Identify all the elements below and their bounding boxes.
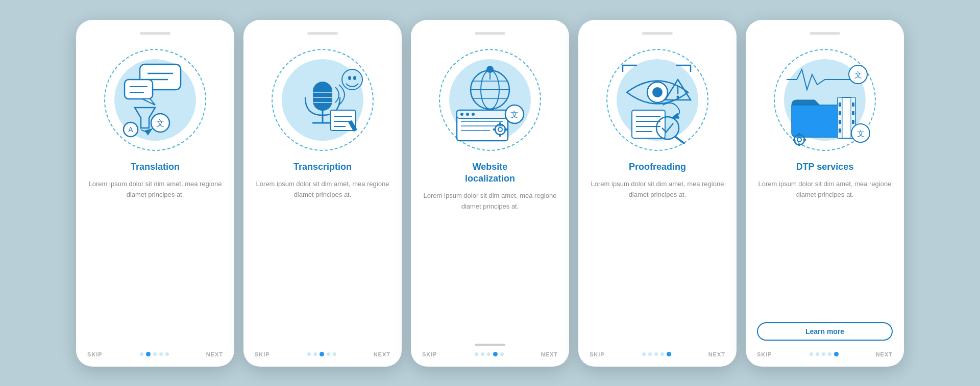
dot-2 (313, 352, 317, 356)
translation-body: Lorem ipsum dolor sit dim amet, mea regi… (87, 179, 223, 339)
card-website-localization: 文 Website localization Lorem ipsum dolor… (411, 20, 569, 367)
svg-rect-66 (839, 128, 841, 133)
svg-point-18 (348, 76, 351, 80)
proofreading-dots (642, 352, 671, 356)
svg-rect-64 (839, 111, 841, 115)
transcription-dots (307, 352, 336, 356)
illustration-dtp-services: 文 (769, 44, 881, 156)
dot-5 (165, 352, 169, 356)
dot-4 (660, 352, 664, 356)
illustration-website-localization: 文 (434, 44, 546, 156)
dot-3 (822, 352, 825, 356)
dot-2 (146, 352, 151, 356)
svg-rect-46 (493, 128, 496, 131)
svg-point-33 (460, 113, 463, 116)
dtp-services-icon: 文 (779, 54, 871, 146)
transcription-next[interactable]: NEXT (374, 351, 390, 357)
dot-3 (320, 352, 324, 356)
svg-rect-75 (803, 139, 806, 141)
dot-2 (816, 352, 819, 356)
svg-rect-74 (798, 144, 800, 146)
svg-point-57 (677, 95, 679, 98)
dot-5 (500, 352, 504, 356)
card-translation: 文 A Translation Lorem ipsum dolor sit di… (76, 20, 234, 367)
svg-rect-73 (798, 133, 800, 136)
learn-more-button[interactable]: Learn more (757, 322, 893, 341)
svg-rect-43 (499, 122, 501, 125)
website-localization-dots (475, 352, 504, 356)
dot-5 (333, 352, 336, 356)
website-localization-title: Website localization (465, 161, 515, 185)
svg-point-48 (652, 87, 663, 97)
translation-footer: SKIP NEXT (87, 346, 223, 357)
translation-next[interactable]: NEXT (206, 351, 223, 357)
website-localization-skip[interactable]: SKIP (422, 351, 437, 357)
transcription-title: Transcription (293, 161, 352, 173)
svg-point-35 (472, 113, 475, 116)
transcription-body: Lorem ipsum dolor sit dim amet, mea regi… (255, 179, 390, 339)
translation-dots (140, 352, 169, 356)
svg-rect-68 (852, 111, 854, 115)
cards-container: 文 A Translation Lorem ipsum dolor sit di… (66, 10, 914, 377)
svg-rect-76 (793, 139, 795, 141)
dtp-services-body: Lorem ipsum dolor sit dim amet, mea regi… (757, 179, 893, 315)
svg-rect-65 (839, 120, 841, 124)
translation-icon: 文 A (109, 54, 201, 146)
dot-3 (153, 352, 157, 356)
translation-skip[interactable]: SKIP (87, 351, 103, 357)
proofreading-next[interactable]: NEXT (708, 351, 725, 357)
dot-2 (481, 352, 484, 356)
dtp-services-title: DTP services (796, 161, 854, 173)
dot-1 (307, 352, 311, 356)
dot-1 (642, 352, 646, 356)
illustration-proofreading (601, 44, 714, 156)
svg-rect-4 (125, 80, 153, 99)
card-transcription: Transcription Lorem ipsum dolor sit dim … (243, 20, 402, 367)
svg-point-72 (797, 138, 801, 142)
dot-3 (654, 352, 658, 356)
dot-2 (648, 352, 652, 356)
svg-rect-44 (499, 134, 501, 137)
website-localization-body: Lorem ipsum dolor sit dim amet, mea regi… (422, 191, 558, 334)
dot-5 (667, 352, 671, 356)
translation-title: Translation (131, 161, 180, 173)
dot-4 (159, 352, 163, 356)
svg-rect-45 (504, 128, 507, 131)
proofreading-title: Proofreading (629, 161, 686, 173)
svg-text:文: 文 (510, 110, 519, 119)
dtp-services-dots (810, 352, 839, 356)
svg-rect-67 (852, 102, 854, 107)
svg-text:文: 文 (854, 70, 862, 79)
dtp-services-next[interactable]: NEXT (876, 351, 893, 357)
dot-4 (327, 352, 330, 356)
dtp-services-footer: SKIP NEXT (757, 346, 893, 357)
svg-marker-5 (142, 99, 155, 105)
dot-4 (828, 352, 831, 356)
website-localization-next[interactable]: NEXT (541, 351, 558, 357)
transcription-icon (277, 54, 369, 146)
card-dtp-services: 文 (746, 20, 904, 367)
website-localization-icon: 文 (444, 54, 536, 146)
dot-3 (487, 352, 491, 356)
svg-point-19 (353, 76, 356, 80)
transcription-skip[interactable]: SKIP (255, 351, 270, 357)
svg-text:文: 文 (857, 129, 865, 138)
proofreading-icon (611, 54, 703, 146)
dot-5 (834, 352, 839, 356)
svg-point-34 (466, 113, 469, 116)
dtp-services-skip[interactable]: SKIP (757, 351, 772, 357)
svg-rect-13 (313, 82, 332, 110)
svg-rect-69 (852, 120, 854, 124)
transcription-footer: SKIP NEXT (255, 346, 390, 357)
dot-1 (810, 352, 813, 356)
svg-text:文: 文 (156, 119, 164, 127)
svg-line-55 (675, 137, 684, 143)
svg-rect-49 (632, 110, 665, 138)
dot-1 (475, 352, 478, 356)
dot-4 (493, 352, 498, 356)
illustration-transcription (266, 44, 379, 156)
card-proofreading: Proofreading Lorem ipsum dolor sit dim a… (578, 20, 737, 367)
svg-rect-63 (839, 102, 841, 107)
proofreading-body: Lorem ipsum dolor sit dim amet, mea regi… (590, 179, 725, 339)
proofreading-skip[interactable]: SKIP (590, 351, 605, 357)
